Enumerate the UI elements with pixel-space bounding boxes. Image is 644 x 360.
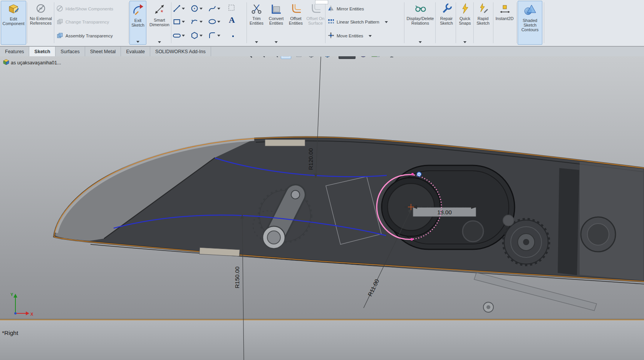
- display-delete-relations-button[interactable]: Display/Delete Relations: [406, 1, 434, 45]
- toolbar-separator: [247, 2, 247, 43]
- toolbar-separator: [171, 2, 171, 43]
- instant2d-button[interactable]: Instant2D: [494, 1, 515, 45]
- toolbar-separator: [456, 2, 456, 43]
- toolbar-separator: [473, 2, 474, 43]
- sketch-point-top[interactable]: [411, 173, 414, 175]
- chevron-down-icon[interactable]: [217, 21, 220, 23]
- chevron-down-icon: [136, 41, 139, 43]
- toolbar-separator: [325, 2, 325, 43]
- pattern-tools-group: Mirror Entities Linear Sketch Pattern: [327, 0, 403, 46]
- line-icon: [173, 4, 181, 13]
- triad-y-label: Y: [10, 292, 13, 297]
- trim-entities-icon: [251, 3, 262, 16]
- dimension-input-remnant: [315, 0, 328, 4]
- repair-sketch-button[interactable]: Repair Sketch: [437, 1, 456, 45]
- ellipse-tool-button[interactable]: [208, 17, 220, 26]
- exit-sketch-dropdown[interactable]: [130, 41, 146, 43]
- chevron-down-icon[interactable]: [200, 8, 203, 10]
- tab-evaluate[interactable]: Evaluate: [121, 47, 150, 56]
- change-transparency-button: Change Transparency: [56, 18, 109, 26]
- circle-icon: [190, 4, 199, 13]
- smart-dimension-icon: *: [153, 3, 166, 17]
- move-entities-button[interactable]: Move Entities: [327, 32, 372, 40]
- triad-x-label: X: [30, 312, 34, 316]
- viewport-background-lower[interactable]: [0, 320, 644, 360]
- linear-sketch-pattern-icon: [327, 18, 334, 26]
- fillet-tool-button[interactable]: [208, 31, 220, 40]
- exit-sketch-button[interactable]: Exit Sketch: [129, 1, 146, 45]
- tab-solidworks-add-ins[interactable]: SOLIDWORKS Add-Ins: [150, 47, 211, 56]
- chevron-down-icon[interactable]: [385, 21, 388, 23]
- edit-component-button[interactable]: Edit Component: [1, 1, 26, 45]
- mirror-entities-button[interactable]: Mirror Entities: [327, 5, 364, 13]
- trim-entities-dropdown[interactable]: [248, 41, 265, 43]
- svg-text:R150.00: R150.00: [234, 266, 240, 288]
- rectangle-icon: [173, 17, 181, 26]
- smart-dimension-button[interactable]: * Smart Dimension: [149, 1, 170, 45]
- display-delete-relations-icon: [414, 3, 426, 16]
- convert-entities-dropdown[interactable]: [267, 41, 286, 43]
- linear-sketch-pattern-button[interactable]: Linear Sketch Pattern: [327, 18, 388, 26]
- arc-tool-button[interactable]: [190, 17, 203, 26]
- slot-icon: [173, 31, 181, 40]
- chevron-down-icon[interactable]: [200, 35, 203, 37]
- svg-text:R120.00: R120.00: [307, 148, 314, 170]
- point-tool-button[interactable]: [229, 32, 237, 41]
- toolbar-separator: [435, 2, 436, 43]
- point-icon: [229, 32, 237, 40]
- chevron-down-icon[interactable]: [217, 8, 220, 10]
- convert-entities-button[interactable]: Convert Entities: [267, 1, 286, 45]
- spline-icon: [208, 4, 216, 13]
- chevron-down-icon[interactable]: [182, 35, 185, 37]
- toolbar-separator: [493, 2, 493, 43]
- no-external-references-icon: [35, 3, 47, 16]
- quick-snaps-dropdown[interactable]: [457, 41, 473, 43]
- tab-surfaces[interactable]: Surfaces: [55, 47, 85, 56]
- line-tool-button[interactable]: [173, 4, 185, 13]
- chevron-down-icon: [158, 41, 161, 43]
- quick-snaps-button[interactable]: Quick Snaps: [457, 1, 473, 45]
- chevron-down-icon[interactable]: [182, 8, 185, 10]
- viewport-canvas[interactable]: R120.00 R150.00 R11.00 18.00: [0, 56, 644, 360]
- tab-sheet-metal[interactable]: Sheet Metal: [85, 47, 121, 56]
- grid-3d-icon: [227, 3, 236, 12]
- command-manager-tabs: Features Sketch Surfaces Sheet Metal Eva…: [0, 47, 644, 56]
- chevron-down-icon[interactable]: [369, 35, 372, 37]
- tab-features[interactable]: Features: [0, 47, 29, 56]
- toolbar-separator: [517, 2, 517, 43]
- chevron-down-icon[interactable]: [182, 21, 185, 23]
- rectangle-tool-button[interactable]: [173, 17, 185, 26]
- trim-entities-button[interactable]: Trim Entities: [248, 1, 265, 45]
- shaded-sketch-contours-button[interactable]: Shaded Sketch Contours: [518, 1, 542, 45]
- command-manager: Edit Component No External References: [0, 0, 644, 46]
- graphics-viewport[interactable]: R120.00 R150.00 R11.00 18.00: [0, 56, 644, 360]
- change-transparency-icon: [56, 18, 63, 26]
- slot-tool-button[interactable]: [173, 31, 185, 40]
- rear-spar: [558, 168, 579, 275]
- spline-tool-button[interactable]: [208, 4, 220, 13]
- toolbar-separator: [404, 2, 404, 43]
- sketch-entities-group: A: [173, 0, 247, 46]
- polygon-tool-button[interactable]: [190, 31, 203, 40]
- no-external-references-button[interactable]: No External References: [29, 1, 53, 45]
- toolbar-separator: [54, 2, 54, 43]
- assembly-transparency-button[interactable]: Assembly Transparency: [56, 32, 113, 40]
- slot-inner-boss: [463, 221, 483, 242]
- rapid-sketch-button[interactable]: Rapid Sketch: [474, 1, 492, 45]
- smart-dimension-dropdown[interactable]: [149, 41, 170, 43]
- repair-sketch-icon: [441, 3, 452, 16]
- offset-entities-button[interactable]: Offset Entities: [287, 1, 305, 45]
- chevron-down-icon[interactable]: [200, 21, 203, 23]
- chevron-down-icon[interactable]: [217, 35, 220, 37]
- tab-sketch[interactable]: Sketch: [29, 47, 55, 56]
- quick-snaps-icon: [459, 3, 471, 16]
- display-delete-relations-dropdown[interactable]: [406, 41, 434, 43]
- hide-show-components-button: Hide/Show Components: [56, 5, 113, 13]
- feature-tree-root-item[interactable]: as uçaksavaşaniha01...: [3, 59, 61, 66]
- circle-tool-button[interactable]: [190, 4, 203, 13]
- ellipse-icon: [208, 17, 216, 26]
- text-tool-button[interactable]: A: [229, 15, 235, 25]
- sketch-point-bottom[interactable]: [411, 238, 413, 241]
- instant2d-icon: [499, 3, 510, 16]
- move-entities-icon: [327, 32, 334, 40]
